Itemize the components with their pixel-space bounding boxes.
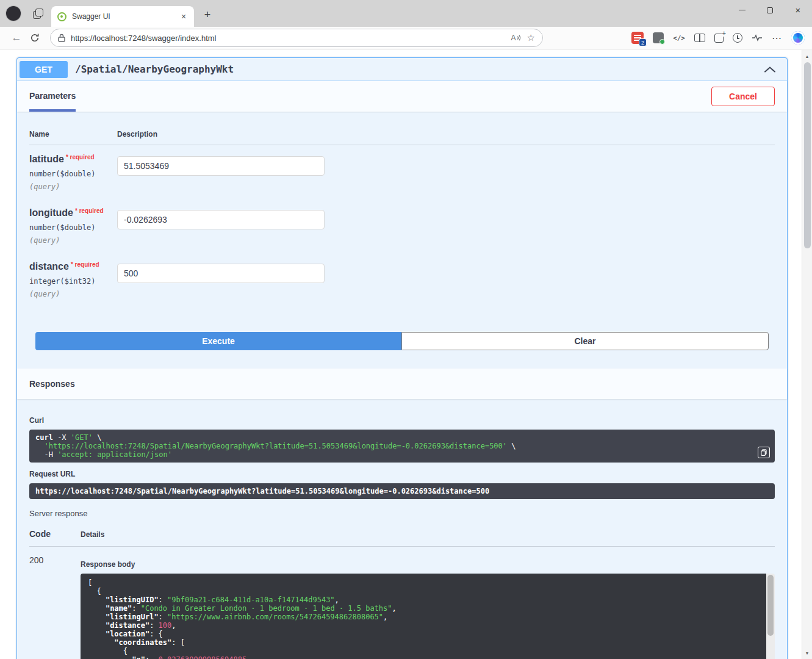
minimize-icon bbox=[739, 10, 746, 11]
address-bar[interactable]: https://localhost:7248/swagger/index.htm… bbox=[50, 29, 543, 47]
maximize-icon bbox=[767, 7, 773, 13]
operation-summary[interactable]: GET /Spatial/NearbyGeographyWkt bbox=[17, 58, 787, 81]
clipboard-icon bbox=[761, 449, 767, 456]
parameter-row-distance: distance* required integer($int32) (quer… bbox=[29, 253, 775, 306]
response-row: 200 Response body [ { "listingUID": "9bf… bbox=[29, 547, 775, 659]
request-url-label: Request URL bbox=[29, 470, 775, 478]
execute-button[interactable]: Execute bbox=[35, 332, 401, 350]
maximize-button[interactable] bbox=[756, 0, 784, 20]
response-body-scrollbar[interactable] bbox=[766, 574, 775, 659]
chevron-up-icon bbox=[764, 66, 776, 73]
read-aloud-letter: A bbox=[511, 34, 516, 42]
extension-c-icon[interactable]: </> bbox=[673, 34, 685, 42]
url-text[interactable]: https://localhost:7248/swagger/index.htm… bbox=[71, 34, 506, 43]
new-tab-button[interactable]: + bbox=[199, 6, 216, 23]
parameters-header: Parameters Cancel bbox=[17, 81, 787, 112]
copilot-icon[interactable] bbox=[791, 31, 805, 45]
navigation-bar: ← https://localhost:7248/swagger/index.h… bbox=[0, 27, 812, 49]
parameter-type: number($double) bbox=[29, 223, 117, 232]
operation-path: /Spatial/NearbyGeographyWkt bbox=[75, 63, 759, 75]
page-content: GET /Spatial/NearbyGeographyWkt Paramete… bbox=[0, 50, 802, 659]
status-code: 200 bbox=[29, 547, 81, 659]
longitude-input[interactable] bbox=[117, 210, 325, 229]
request-url-value: https://localhost:7248/Spatial/NearbyGeo… bbox=[29, 483, 775, 499]
collections-icon[interactable] bbox=[714, 34, 724, 43]
responses-section: Curl curl -X 'GET' \ 'https://localhost:… bbox=[17, 399, 787, 659]
parameters-table-header: Name Description bbox=[29, 112, 775, 145]
details-column-header: Details bbox=[81, 530, 104, 539]
latitude-input[interactable] bbox=[117, 156, 325, 176]
description-column-header: Description bbox=[117, 130, 157, 139]
server-response-label: Server response bbox=[29, 509, 775, 518]
parameter-row-latitude: latitude* required number($double) (quer… bbox=[29, 145, 775, 199]
parameter-location: (query) bbox=[29, 290, 117, 298]
read-aloud-waves bbox=[517, 34, 522, 42]
tab-title: Swagger UI bbox=[72, 12, 178, 21]
parameter-name: latitude* required bbox=[29, 154, 117, 165]
cancel-button[interactable]: Cancel bbox=[711, 87, 775, 106]
more-menu-icon[interactable]: ⋯ bbox=[772, 32, 782, 44]
extension-badge: 2 bbox=[639, 38, 647, 46]
window-controls: × bbox=[728, 0, 812, 20]
parameter-name: distance* required bbox=[29, 261, 117, 272]
back-button[interactable]: ← bbox=[7, 29, 26, 47]
profile-avatar-icon[interactable] bbox=[6, 6, 21, 21]
lock-icon[interactable] bbox=[58, 34, 65, 42]
minimize-button[interactable] bbox=[728, 0, 756, 20]
parameter-row-longitude: longitude* required number($double) (que… bbox=[29, 199, 775, 253]
response-table-header: Code Details bbox=[29, 529, 775, 547]
parameter-location: (query) bbox=[29, 236, 117, 245]
swagger-favicon-icon bbox=[57, 12, 66, 21]
refresh-button[interactable] bbox=[26, 29, 44, 47]
response-body-label: Response body bbox=[81, 560, 775, 569]
response-body: [ { "listingUID": "9bf09a21-c684-411d-a1… bbox=[81, 574, 766, 659]
parameter-location: (query) bbox=[29, 182, 117, 191]
tab-actions-icon[interactable] bbox=[32, 7, 44, 20]
parameter-name: longitude* required bbox=[29, 207, 117, 218]
response-body-scrollbar-thumb[interactable] bbox=[767, 575, 774, 636]
clear-button[interactable]: Clear bbox=[401, 332, 769, 350]
parameters-table: Name Description latitude* required numb… bbox=[17, 112, 787, 306]
name-column-header: Name bbox=[29, 130, 117, 139]
scrollbar-down-arrow[interactable]: ▼ bbox=[802, 648, 812, 658]
required-label: * required bbox=[66, 154, 95, 160]
history-icon[interactable] bbox=[733, 33, 742, 43]
close-window-button[interactable]: × bbox=[784, 0, 812, 20]
execute-row: Execute Clear bbox=[17, 332, 787, 350]
collapse-button[interactable] bbox=[759, 63, 781, 76]
page-scrollbar[interactable]: ▲ ▼ bbox=[802, 50, 812, 659]
toolbar-icons: 2 </> ⋯ bbox=[631, 31, 805, 45]
required-label: * required bbox=[75, 207, 104, 214]
extension-b-icon[interactable] bbox=[653, 32, 664, 43]
code-column-header: Code bbox=[29, 529, 81, 539]
favorites-icon[interactable]: ☆ bbox=[527, 32, 535, 43]
copy-to-clipboard-button[interactable] bbox=[758, 447, 770, 458]
parameter-type: integer($int32) bbox=[29, 277, 117, 286]
parameters-tab[interactable]: Parameters bbox=[29, 81, 76, 112]
browser-essentials-icon[interactable] bbox=[752, 34, 763, 41]
responses-header: Responses bbox=[17, 369, 787, 399]
scrollbar-up-arrow[interactable]: ▲ bbox=[802, 51, 812, 61]
browser-window: Swagger UI × + × ← https://localhost:724… bbox=[0, 0, 812, 659]
curl-label: Curl bbox=[29, 416, 775, 425]
tab-strip: Swagger UI × + × bbox=[0, 0, 812, 27]
distance-input[interactable] bbox=[117, 264, 325, 283]
read-aloud-icon[interactable]: A bbox=[511, 34, 522, 42]
required-label: * required bbox=[71, 261, 99, 268]
split-screen-icon[interactable] bbox=[694, 34, 705, 42]
operation-block-get: GET /Spatial/NearbyGeographyWkt Paramete… bbox=[16, 57, 788, 659]
browser-tab[interactable]: Swagger UI × bbox=[51, 6, 194, 27]
parameter-type: number($double) bbox=[29, 170, 117, 178]
refresh-icon bbox=[30, 33, 40, 43]
http-method-badge: GET bbox=[20, 61, 68, 78]
tab-close-icon[interactable]: × bbox=[178, 12, 189, 21]
extension-red-icon[interactable]: 2 bbox=[631, 32, 644, 44]
scrollbar-thumb[interactable] bbox=[804, 62, 811, 248]
curl-command: curl -X 'GET' \ 'https://localhost:7248/… bbox=[29, 430, 775, 463]
responses-title: Responses bbox=[29, 379, 75, 389]
